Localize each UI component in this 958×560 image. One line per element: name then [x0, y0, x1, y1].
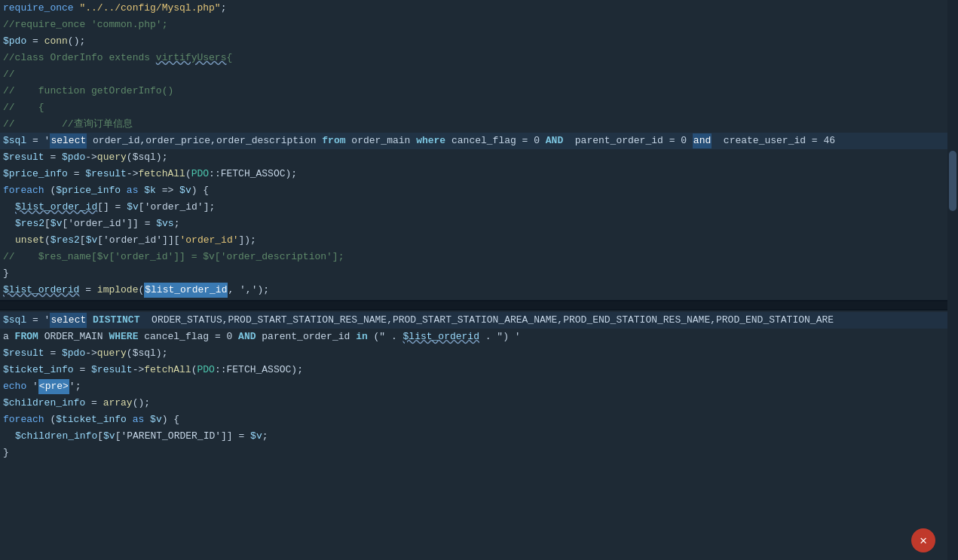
code-line: $list_orderid = implode($list_order_id, …: [0, 282, 958, 298]
code-section-2: $sql = 'select DISTINCT ORDER_STATUS,PRO…: [0, 312, 958, 461]
code-line: //require_once 'common.php';: [0, 17, 958, 33]
token: require_once: [3, 1, 74, 16]
code-line: // function getOrderInfo(): [0, 83, 958, 99]
code-line: $children_info = array();: [0, 395, 958, 412]
code-line: $result = $pdo->query($sql);: [0, 149, 958, 166]
code-line-sql: $sql = 'select order_id,order_price,orde…: [0, 133, 958, 149]
code-line: a FROM ORDER_MAIN WHERE cancel_flag = 0 …: [0, 329, 958, 345]
code-line: }: [0, 265, 958, 282]
code-line: }: [0, 445, 958, 461]
code-line: $children_info[$v['PARENT_ORDER_ID']] = …: [0, 428, 958, 445]
code-line: $pdo = conn();: [0, 33, 958, 50]
scroll-thumb[interactable]: [949, 151, 956, 211]
code-line: $list_order_id[] = $v['order_id'];: [0, 199, 958, 216]
code-line: $price_info = $result->fetchAll(PDO::FET…: [0, 166, 958, 182]
section-divider: [0, 300, 958, 311]
code-line: // $res_name[$v['order_id']] = $v['order…: [0, 249, 958, 265]
code-line: // {: [0, 99, 958, 116]
code-line-sql2: $sql = 'select DISTINCT ORDER_STATUS,PRO…: [0, 312, 958, 329]
code-line: // //查询订单信息: [0, 116, 958, 133]
scrollbar[interactable]: [947, 0, 958, 560]
action-button[interactable]: ✕: [911, 528, 935, 552]
code-line: $result = $pdo->query($sql);: [0, 345, 958, 362]
code-line: $res2[$v['order_id']] = $vs;: [0, 216, 958, 232]
code-line: require_once "../../config/Mysql.php";: [0, 0, 958, 17]
code-line: unset($res2[$v['order_id']]['order_id'])…: [0, 232, 958, 249]
code-line: //class OrderInfo extends virtifyUsers{: [0, 50, 958, 66]
code-section-1: require_once "../../config/Mysql.php"; /…: [0, 0, 958, 298]
code-line: foreach ($price_info as $k => $v) {: [0, 182, 958, 199]
code-editor: require_once "../../config/Mysql.php"; /…: [0, 0, 958, 560]
code-line: //: [0, 66, 958, 83]
code-line: foreach ($ticket_info as $v) {: [0, 412, 958, 428]
code-line: echo '<pre>';: [0, 378, 958, 395]
code-line: $ticket_info = $result->fetchAll(PDO::FE…: [0, 362, 958, 378]
